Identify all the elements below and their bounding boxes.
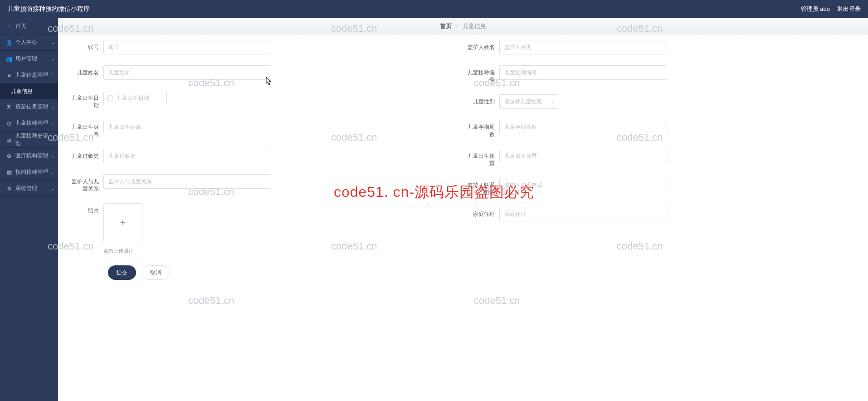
sidebar-item-label: 首页	[15, 22, 26, 30]
input-guardian-phone[interactable]	[499, 178, 667, 192]
sidebar-item-label: 系统管理	[15, 185, 37, 192]
upload-photo[interactable]: +	[103, 203, 142, 242]
logout-button[interactable]: 退出登录	[837, 5, 861, 13]
breadcrumb-home[interactable]: 首页	[440, 22, 452, 30]
sidebar-item-label: 预约接种管理	[15, 168, 48, 176]
calendar-icon: ▦	[5, 169, 13, 176]
sidebar-item-child-info[interactable]: ≡ 儿童信息管理 ⌃	[0, 67, 58, 83]
shield-icon: ⛨	[5, 104, 13, 110]
user-icon: 👤	[5, 39, 13, 46]
label-child-name: 儿童姓名	[67, 65, 103, 76]
clock-icon: ◷	[5, 120, 13, 127]
sidebar-subitem-label: 儿童信息	[11, 88, 33, 95]
sidebar-item-home[interactable]: ⌂ 首页	[0, 18, 58, 34]
sidebar-item-medical[interactable]: ⊕ 医疗机构管理 ⌄	[0, 148, 58, 164]
globe-icon: ⊕	[5, 153, 13, 159]
sidebar-item-label: 儿童接种史管理	[15, 132, 53, 147]
label-address: 家庭住址	[463, 207, 499, 218]
label-gestation-weeks: 儿童孕期周数	[463, 120, 499, 138]
breadcrumb-separator: /	[456, 23, 458, 29]
chevron-down-icon: ⌄	[51, 137, 54, 142]
chevron-down-icon: ⌄	[51, 170, 54, 175]
sidebar-item-label: 儿童信息管理	[15, 71, 48, 79]
sidebar-item-users[interactable]: 👥 用户管理 ⌄	[0, 51, 58, 67]
plus-icon: +	[120, 217, 126, 229]
label-guardian-name: 监护人姓名	[463, 40, 499, 51]
select-gender[interactable]: 请选择儿童性别	[499, 94, 558, 109]
input-address[interactable]	[499, 207, 667, 221]
chevron-down-icon: ⌄	[51, 40, 54, 45]
label-guardian-relation: 监护人与儿童关系	[67, 174, 103, 192]
sidebar-item-inoculation[interactable]: ◷ 儿童接种管理 ⌄	[0, 115, 58, 132]
admin-label[interactable]: 管理员 abo	[801, 5, 830, 13]
label-gender: 儿童性别	[463, 94, 499, 105]
input-gestation-weeks[interactable]	[499, 120, 667, 134]
chevron-down-icon: ⌄	[51, 104, 54, 109]
calendar-icon: ◯	[107, 94, 114, 101]
input-birth-weight[interactable]	[499, 149, 667, 163]
input-birth-height[interactable]	[103, 120, 271, 134]
label-guardian-phone: 监护人联系电话	[463, 178, 499, 196]
submit-button[interactable]: 提交	[108, 265, 136, 280]
document-icon: ▤	[5, 137, 13, 143]
sidebar-item-label: 疫苗信息管理	[15, 103, 48, 111]
input-guardian-relation[interactable]	[103, 174, 271, 189]
sidebar-item-label: 用户管理	[15, 55, 37, 63]
breadcrumb-current: 儿童信息	[463, 22, 486, 30]
users-icon: 👥	[5, 56, 13, 62]
chevron-up-icon: ⌃	[51, 73, 54, 78]
label-account: 账号	[67, 40, 103, 51]
list-icon: ≡	[5, 72, 13, 78]
input-allergy[interactable]	[103, 149, 271, 163]
input-guardian-name[interactable]	[499, 40, 667, 54]
home-icon: ⌂	[5, 23, 13, 29]
main-content: 首页 / 儿童信息 账号 儿童姓名 儿童出生日期	[58, 18, 868, 401]
sidebar-item-label: 儿童接种管理	[15, 119, 48, 127]
input-account[interactable]	[103, 40, 271, 54]
chevron-down-icon: ⌄	[51, 56, 54, 61]
breadcrumb: 首页 / 儿童信息	[58, 18, 868, 34]
label-birth-weight: 儿童出生体重	[463, 149, 499, 167]
sidebar-item-vaccine[interactable]: ⛨ 疫苗信息管理 ⌄	[0, 99, 58, 115]
label-birth-height: 儿童出生身高	[67, 120, 103, 138]
label-photo: 照片	[67, 203, 103, 214]
chevron-down-icon: ⌄	[51, 121, 54, 126]
sidebar-item-profile[interactable]: 👤 个人中心 ⌄	[0, 34, 58, 51]
sidebar-item-label: 个人中心	[15, 39, 37, 46]
chevron-down-icon: ⌄	[51, 186, 54, 191]
label-vaccine-no: 儿童接种编号	[463, 65, 499, 83]
cancel-button[interactable]: 取消	[141, 265, 170, 280]
label-allergy: 儿童过敏史	[67, 149, 103, 160]
sidebar: ⌂ 首页 👤 个人中心 ⌄ 👥 用户管理 ⌄ ≡ 儿童信息管理 ⌃ 儿童信息 ⛨…	[0, 18, 58, 401]
app-title: 儿童预防接种预约微信小程序	[7, 5, 90, 13]
sidebar-item-label: 医疗机构管理	[15, 152, 48, 160]
input-vaccine-no[interactable]	[499, 65, 667, 80]
sidebar-subitem-child-info[interactable]: 儿童信息	[0, 83, 58, 99]
gear-icon: ⚙	[5, 186, 13, 192]
input-child-name[interactable]	[103, 65, 271, 80]
chevron-down-icon: ⌄	[51, 153, 54, 158]
top-header: 儿童预防接种预约微信小程序 管理员 abo 退出登录	[0, 0, 868, 18]
sidebar-item-system[interactable]: ⚙ 系统管理 ⌄	[0, 181, 58, 197]
label-birth-date: 儿童出生日期	[67, 91, 103, 109]
sidebar-item-appointment[interactable]: ▦ 预约接种管理 ⌄	[0, 164, 58, 181]
sidebar-item-history[interactable]: ▤ 儿童接种史管理 ⌄	[0, 132, 58, 148]
upload-hint: 点击上传照片	[103, 248, 142, 254]
